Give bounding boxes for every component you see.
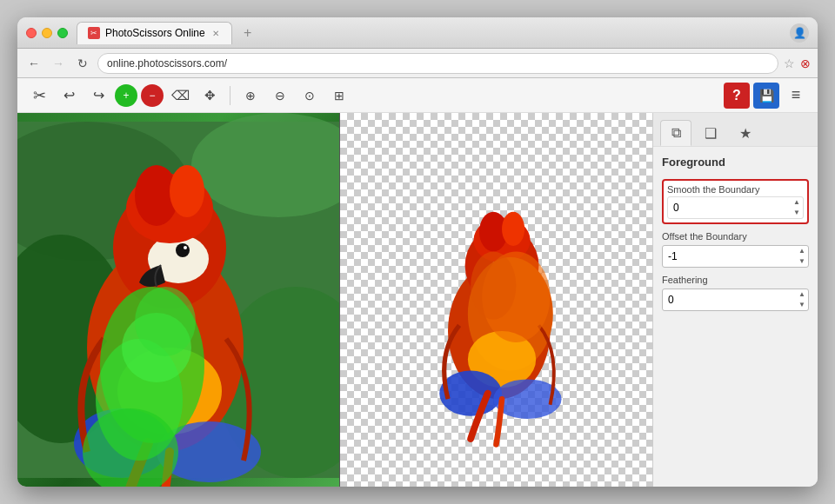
- offset-boundary-spinner: ▲ ▼: [797, 246, 807, 267]
- panel-tabs: ⧉ ❑ ★: [653, 113, 818, 147]
- eraser-button[interactable]: ⌫: [167, 83, 193, 109]
- feathering-decrement[interactable]: ▼: [797, 300, 807, 310]
- smooth-boundary-group: Smooth the Boundary ▲ ▼: [662, 179, 809, 224]
- bookmark-icon[interactable]: ☆: [784, 56, 795, 70]
- right-panel: ⧉ ❑ ★ Foreground Smooth the Boundary ▲ ▼: [652, 113, 818, 487]
- smooth-boundary-spinner: ▲ ▼: [792, 197, 802, 218]
- reload-button[interactable]: ↻: [73, 54, 92, 73]
- smooth-boundary-decrement[interactable]: ▼: [792, 208, 802, 218]
- parrot-result: [340, 113, 652, 487]
- smooth-boundary-input-container: ▲ ▼: [667, 196, 804, 219]
- panel-tab-favorite[interactable]: ★: [730, 120, 761, 146]
- traffic-lights: [26, 28, 68, 38]
- block-icon[interactable]: ⊗: [800, 56, 811, 70]
- smooth-boundary-increment[interactable]: ▲: [792, 197, 802, 208]
- feathering-input-container: ▲ ▼: [662, 288, 809, 311]
- minimize-button[interactable]: [42, 28, 52, 38]
- feathering-spinner: ▲ ▼: [797, 289, 807, 310]
- tab-title: PhotoScissors Online: [105, 27, 205, 39]
- main-window: ✂ PhotoScissors Online ✕ + 👤 ← → ↻ ☆ ⊗ ✂…: [17, 17, 818, 487]
- browser-tab[interactable]: ✂ PhotoScissors Online ✕: [77, 22, 232, 44]
- svg-point-34: [471, 252, 516, 320]
- feathering-increment[interactable]: ▲: [797, 289, 807, 300]
- account-icon[interactable]: 👤: [790, 23, 809, 43]
- zoom-fit-button[interactable]: ⊙: [297, 83, 323, 109]
- svg-point-20: [135, 287, 196, 356]
- panel-content: Foreground Smooth the Boundary ▲ ▼ Offse…: [653, 147, 818, 320]
- svg-point-12: [170, 165, 204, 217]
- move-button[interactable]: ✥: [197, 83, 223, 109]
- forward-button[interactable]: →: [49, 54, 68, 73]
- url-input[interactable]: [97, 53, 778, 74]
- zoom-actual-button[interactable]: ⊞: [326, 83, 352, 109]
- url-bar: ← → ↻ ☆ ⊗: [17, 49, 818, 78]
- offset-boundary-decrement[interactable]: ▼: [797, 256, 807, 267]
- offset-boundary-label: Offset the Boundary: [662, 231, 809, 242]
- canvas-area[interactable]: [17, 113, 652, 487]
- offset-boundary-increment[interactable]: ▲: [797, 246, 807, 256]
- feathering-label: Feathering: [662, 275, 809, 285]
- redo-button[interactable]: ↪: [85, 83, 111, 109]
- toolbar-right: ? 💾 ≡: [724, 83, 809, 109]
- offset-boundary-input-container: ▲ ▼: [662, 245, 809, 268]
- tab-close-icon[interactable]: ✕: [210, 28, 221, 39]
- app-icon-button[interactable]: ✂: [26, 83, 52, 109]
- title-bar: ✂ PhotoScissors Online ✕ + 👤: [17, 17, 818, 49]
- back-button[interactable]: ←: [24, 54, 43, 73]
- offset-boundary-group: Offset the Boundary ▲ ▼: [662, 231, 809, 268]
- main-content: ⧉ ❑ ★ Foreground Smooth the Boundary ▲ ▼: [17, 113, 818, 487]
- tab-area: ✂ PhotoScissors Online ✕ +: [77, 22, 790, 44]
- panel-tab-new-layer[interactable]: ❑: [695, 120, 726, 146]
- parrot-original: [17, 113, 339, 487]
- zoom-out-button[interactable]: ⊖: [267, 83, 293, 109]
- toolbar: ✂ ↩ ↪ + − ⌫ ✥ ⊕ ⊖ ⊙ ⊞ ? 💾 ≡: [17, 78, 818, 113]
- background-brush-button[interactable]: −: [141, 84, 164, 107]
- save-button[interactable]: 💾: [753, 83, 779, 109]
- maximize-button[interactable]: [57, 28, 68, 38]
- undo-button[interactable]: ↩: [56, 83, 82, 109]
- tab-favicon: ✂: [88, 27, 100, 39]
- panel-tab-copy-layer[interactable]: ⧉: [660, 120, 691, 146]
- canvas-left: [17, 113, 339, 487]
- toolbar-left: ✂ ↩ ↪ + − ⌫ ✥ ⊕ ⊖ ⊙ ⊞: [26, 83, 724, 109]
- zoom-in-button[interactable]: ⊕: [237, 83, 264, 109]
- feathering-input[interactable]: [662, 288, 809, 311]
- foreground-brush-button[interactable]: +: [115, 84, 137, 107]
- feathering-group: Feathering ▲ ▼: [662, 275, 809, 311]
- smooth-boundary-label: Smooth the Boundary: [667, 184, 804, 195]
- close-button[interactable]: [26, 28, 37, 38]
- toolbar-separator: [230, 86, 230, 105]
- canvas-right: [340, 113, 652, 487]
- svg-point-8: [176, 243, 190, 257]
- offset-boundary-input[interactable]: [662, 245, 809, 268]
- menu-button[interactable]: ≡: [783, 83, 809, 109]
- foreground-label: Foreground: [662, 156, 809, 169]
- new-tab-button[interactable]: +: [236, 23, 260, 43]
- help-button[interactable]: ?: [724, 83, 750, 109]
- smooth-boundary-input[interactable]: [667, 196, 804, 219]
- svg-point-28: [502, 212, 524, 246]
- svg-point-9: [184, 246, 187, 249]
